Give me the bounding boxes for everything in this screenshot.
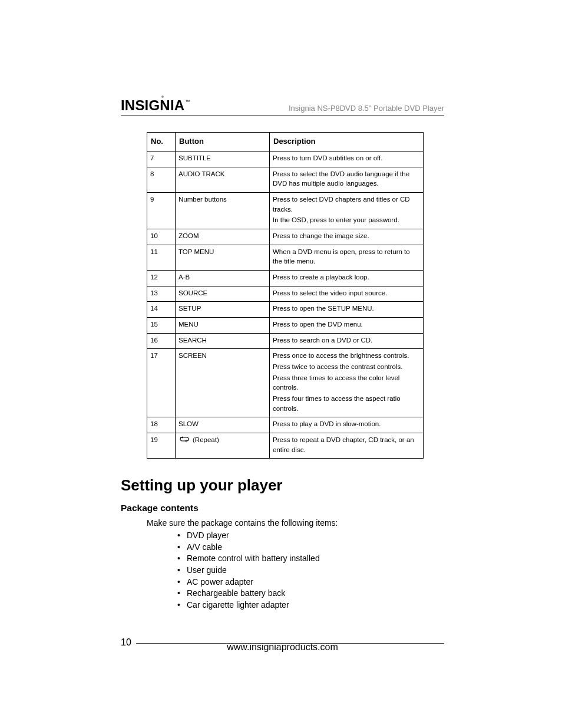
cell-description: Press once to access the brightness cont… [270,349,424,417]
footer-url: www.insigniaproducts.com [222,642,343,652]
trademark-symbol: ™ [185,99,190,104]
cell-no: 7 [147,151,176,167]
desc-line: Press to open the DVD menu. [273,319,420,330]
desc-line: Press to create a playback loop. [273,272,420,282]
desc-line: Press to select DVD chapters and titles … [273,195,420,214]
cell-no: 8 [147,167,176,192]
section-heading: Setting up your player [121,476,444,495]
cell-description: Press to repeat a DVD chapter, CD track,… [270,433,424,458]
brand-name: INSIGNIA [121,97,184,114]
table-row: 18SLOWPress to play a DVD in slow-motion… [147,417,424,433]
cell-no: 11 [147,245,176,270]
table-row: 12A-BPress to create a playback loop. [147,270,424,286]
col-header-no: No. [147,133,176,151]
product-subtitle: Insignia NS-P8DVD 8.5" Portable DVD Play… [289,104,444,113]
list-item: AC power adapter [177,577,444,588]
table-row: 16SEARCHPress to search on a DVD or CD. [147,333,424,349]
desc-line: Press to select the DVD audio language i… [273,169,420,189]
cell-description: When a DVD menu is open, press to return… [270,245,424,270]
cell-description: Press to open the SETUP MENU. [270,302,424,318]
list-item: User guide [177,565,444,577]
table-row: 9Number buttonsPress to select DVD chapt… [147,192,424,229]
desc-line: Press to search on a DVD or CD. [273,335,420,345]
cell-button: ZOOM [176,229,270,245]
cell-no: 18 [147,417,176,433]
table-row: 8AUDIO TRACKPress to select the DVD audi… [147,167,424,192]
list-item: Rechargeable battery back [177,588,444,599]
cell-button-label: (Repeat) [193,436,219,443]
button-reference-table: No. Button Description 7SUBTITLEPress to… [147,132,424,459]
cell-no: 9 [147,192,176,229]
cell-button: Number buttons [176,192,270,229]
page: INSIGNIA ™ Insignia NS-P8DVD 8.5" Portab… [0,0,562,728]
cell-button: MENU [176,317,270,333]
cell-description: Press to open the DVD menu. [270,317,424,333]
desc-line: Press to repeat a DVD chapter, CD track,… [273,435,420,454]
table-row: 10ZOOMPress to change the image size. [147,229,424,245]
table-row: 19(Repeat)Press to repeat a DVD chapter,… [147,433,424,458]
cell-no: 14 [147,302,176,318]
page-footer: 10 www.insigniaproducts.com [121,637,444,653]
cell-no: 10 [147,229,176,245]
col-header-button: Button [176,133,270,151]
table-header-row: No. Button Description [147,133,424,151]
table-row: 7SUBTITLEPress to turn DVD subtitles on … [147,151,424,167]
desc-line: Press four times to access the aspect ra… [273,394,420,413]
cell-description: Press to select DVD chapters and titles … [270,192,424,229]
cell-description: Press to search on a DVD or CD. [270,333,424,349]
cell-no: 15 [147,317,176,333]
package-contents-list: DVD playerA/V cableRemote control with b… [177,530,444,611]
cell-description: Press to change the image size. [270,229,424,245]
cell-no: 17 [147,349,176,417]
logo-accent-dot [161,95,164,98]
list-item: Car cigarette lighter adapter [177,599,444,611]
cell-button: SEARCH [176,333,270,349]
cell-description: Press to play a DVD in slow-motion. [270,417,424,433]
cell-description: Press to select the video input source. [270,286,424,302]
desc-line: Press to change the image size. [273,231,420,241]
desc-line: Press to open the SETUP MENU. [273,304,420,314]
cell-button: A-B [176,270,270,286]
cell-no: 16 [147,333,176,349]
repeat-icon [178,436,190,446]
cell-button: TOP MENU [176,245,270,270]
desc-line: Press three times to access the color le… [273,373,420,393]
cell-no: 19 [147,433,176,458]
list-item: DVD player [177,530,444,542]
table-row: 15MENUPress to open the DVD menu. [147,317,424,333]
cell-description: Press to select the DVD audio language i… [270,167,424,192]
desc-line: Press once to access the brightness cont… [273,351,420,361]
desc-line: In the OSD, press to enter your password… [273,215,420,225]
desc-line: Press to select the video input source. [273,288,420,298]
cell-button: SCREEN [176,349,270,417]
cell-button: SOURCE [176,286,270,302]
list-item: Remote control with battery installed [177,553,444,565]
cell-button: (Repeat) [176,433,270,458]
cell-no: 12 [147,270,176,286]
cell-button: SLOW [176,417,270,433]
page-number: 10 [121,637,131,648]
list-item: A/V cable [177,542,444,554]
desc-line: Press twice to access the contrast contr… [273,362,420,372]
page-header: INSIGNIA ™ Insignia NS-P8DVD 8.5" Portab… [121,97,444,116]
desc-line: Press to turn DVD subtitles on or off. [273,153,420,163]
cell-description: Press to turn DVD subtitles on or off. [270,151,424,167]
table-row: 14SETUPPress to open the SETUP MENU. [147,302,424,318]
section-lead-text: Make sure the package contains the follo… [147,518,444,528]
cell-no: 13 [147,286,176,302]
table-row: 11TOP MENUWhen a DVD menu is open, press… [147,245,424,270]
footer-rule [136,643,444,644]
desc-line: When a DVD menu is open, press to return… [273,247,420,266]
col-header-desc: Description [270,133,424,151]
desc-line: Press to play a DVD in slow-motion. [273,419,420,429]
subsection-heading: Package contents [121,503,444,513]
brand-logo: INSIGNIA ™ [121,97,190,114]
cell-button: SETUP [176,302,270,318]
table-row: 17SCREENPress once to access the brightn… [147,349,424,417]
table-row: 13SOURCEPress to select the video input … [147,286,424,302]
cell-button: AUDIO TRACK [176,167,270,192]
cell-description: Press to create a playback loop. [270,270,424,286]
cell-button: SUBTITLE [176,151,270,167]
